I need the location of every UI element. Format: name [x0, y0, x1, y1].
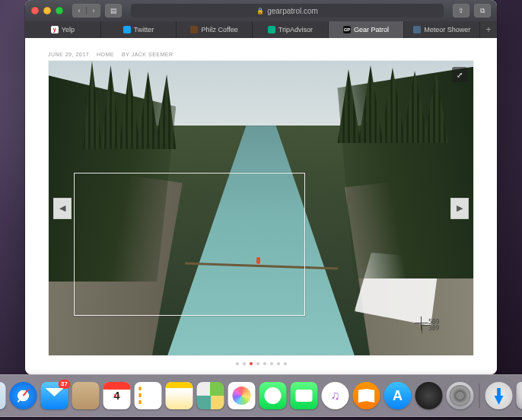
tab-philz[interactable]: Philz Coffee: [177, 21, 253, 38]
calendar-app-icon[interactable]: JUL4: [103, 382, 131, 409]
screenshot-selection-box[interactable]: [74, 173, 304, 316]
photos-app-icon[interactable]: [228, 382, 256, 409]
close-window-button[interactable]: [31, 7, 39, 14]
mail-app-icon[interactable]: 37: [41, 382, 68, 409]
next-slide-button[interactable]: ▶: [450, 198, 469, 219]
generic-app-icon[interactable]: [415, 382, 443, 409]
safari-window: ‹ › ▤ 🔒 gearpatrol.com ⇪ ⧉ yYelp Twitter…: [25, 0, 497, 374]
twitter-favicon-icon: [123, 26, 131, 33]
share-button[interactable]: ⇪: [453, 4, 469, 18]
mail-badge: 37: [59, 380, 71, 389]
tab-tripadvisor[interactable]: TripAdvisor: [253, 21, 329, 38]
tripadvisor-favicon-icon: [268, 26, 275, 33]
philz-favicon-icon: [190, 26, 198, 33]
notes-app-icon[interactable]: [166, 382, 193, 409]
back-forward-buttons[interactable]: ‹ ›: [72, 4, 100, 18]
zoom-window-button[interactable]: [56, 7, 63, 14]
system-preferences-app-icon[interactable]: [447, 382, 474, 409]
sidebar-button[interactable]: ▤: [105, 4, 122, 18]
screenshot-crosshair: 509 309: [428, 320, 439, 332]
tab-yelp[interactable]: yYelp: [25, 21, 101, 38]
prev-slide-button[interactable]: ◀: [53, 198, 72, 219]
yelp-favicon-icon: y: [51, 26, 59, 33]
lock-icon: 🔒: [256, 8, 264, 14]
toolbar: ‹ › ▤ 🔒 gearpatrol.com ⇪ ⧉: [25, 0, 497, 21]
hero-image: ⤢ ◀ ▶ 509 309: [48, 60, 474, 356]
appstore-app-icon[interactable]: [384, 382, 412, 409]
finder-app-icon[interactable]: [0, 382, 6, 409]
tab-bar: yYelp Twitter Philz Coffee TripAdvisor G…: [25, 21, 497, 38]
expand-icon[interactable]: ⤢: [452, 67, 467, 82]
article-byline: By JACK SEEMER: [122, 52, 173, 57]
downloads-stack-icon[interactable]: [485, 382, 513, 409]
back-button[interactable]: ‹: [72, 7, 87, 14]
ibooks-app-icon[interactable]: [353, 382, 380, 409]
tab-gearpatrol[interactable]: GPGear Patrol: [329, 21, 405, 38]
window-controls: [31, 7, 63, 14]
article-date: JUNE 29, 2017: [48, 52, 89, 57]
itunes-app-icon[interactable]: [322, 382, 349, 409]
safari-app-icon[interactable]: [10, 382, 37, 409]
trash-icon[interactable]: [517, 382, 523, 409]
article-meta: JUNE 29, 2017 HOME By JACK SEEMER: [48, 52, 474, 57]
gearpatrol-favicon-icon: GP: [343, 26, 351, 33]
facetime-app-icon[interactable]: [291, 382, 318, 409]
dock-separator: [479, 383, 480, 408]
tab-twitter[interactable]: Twitter: [101, 21, 177, 38]
minimize-window-button[interactable]: [43, 7, 51, 14]
messages-app-icon[interactable]: [259, 382, 287, 409]
slide-indicators[interactable]: [48, 356, 474, 365]
dock: 37 JUL4: [0, 374, 522, 417]
new-tab-button[interactable]: +: [480, 21, 497, 38]
tab-meteorshower[interactable]: Meteor Shower: [404, 21, 480, 38]
contacts-app-icon[interactable]: [72, 382, 100, 409]
address-bar[interactable]: 🔒 gearpatrol.com: [131, 4, 444, 18]
crosshair-y: 309: [428, 325, 439, 332]
address-text: gearpatrol.com: [267, 7, 318, 15]
maps-app-icon[interactable]: [197, 382, 224, 409]
reminders-app-icon[interactable]: [135, 382, 162, 409]
article-category: HOME: [97, 52, 114, 57]
page-content: JUNE 29, 2017 HOME By JACK SEEMER ⤢ ◀ ▶ …: [25, 38, 497, 374]
forward-button[interactable]: ›: [87, 7, 100, 14]
meteor-favicon-icon: [413, 26, 421, 33]
tabs-button[interactable]: ⧉: [474, 4, 491, 18]
